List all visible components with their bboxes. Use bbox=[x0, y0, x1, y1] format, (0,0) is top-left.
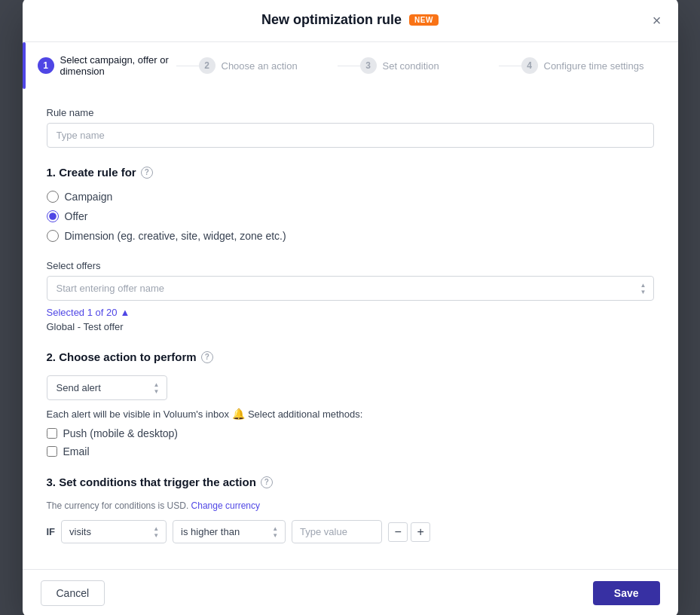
set-conditions-title: 3. Set conditions that trigger the actio… bbox=[47, 476, 654, 488]
change-currency-link[interactable]: Change currency bbox=[191, 500, 260, 511]
rule-name-group: Rule name bbox=[47, 107, 654, 148]
selected-offers-badge[interactable]: Selected 1 of 20 ▲ bbox=[47, 307, 130, 318]
new-badge: NEW bbox=[409, 14, 439, 26]
radio-dimension-input[interactable] bbox=[47, 230, 59, 242]
rule-name-input[interactable] bbox=[47, 123, 654, 148]
metric-select[interactable]: visits clicks conversions revenue bbox=[61, 520, 167, 543]
radio-offer[interactable]: Offer bbox=[47, 210, 654, 222]
select-offers-label: Select offers bbox=[47, 260, 654, 271]
checkbox-email[interactable]: Email bbox=[47, 445, 654, 457]
checkbox-push-input[interactable] bbox=[47, 428, 57, 439]
operator-select-wrapper: is higher than is lower than is equal to… bbox=[173, 520, 286, 543]
save-button[interactable]: Save bbox=[593, 581, 660, 605]
radio-campaign[interactable]: Campaign bbox=[47, 191, 654, 203]
choose-action-title: 2. Choose action to perform ? bbox=[47, 350, 654, 363]
radio-dimension-label: Dimension (eg. creative, site, widget, z… bbox=[65, 230, 286, 242]
decrement-button[interactable]: − bbox=[388, 522, 408, 542]
checkbox-push-label: Push (mobile & desktop) bbox=[63, 427, 179, 439]
step-divider-1 bbox=[176, 66, 199, 66]
modal-title-text: New optimization rule bbox=[261, 12, 402, 28]
stepper: 1 Select campaign, offer or dimension 2 … bbox=[23, 42, 678, 89]
stepper-steps: 1 Select campaign, offer or dimension 2 … bbox=[32, 42, 678, 89]
condition-row: IF visits clicks conversions revenue ▲ ▼ bbox=[47, 520, 654, 543]
step-2-label: Choose an action bbox=[222, 60, 298, 72]
step-2[interactable]: 2 Choose an action bbox=[199, 57, 338, 74]
selected-offer-item: Global - Test offer bbox=[47, 321, 654, 332]
checkbox-email-label: Email bbox=[63, 445, 90, 457]
alert-methods-group: Push (mobile & desktop) Email bbox=[47, 427, 654, 457]
action-select-wrapper: Send alert Pause Resume ▲ ▼ bbox=[47, 375, 167, 400]
set-conditions-help-icon[interactable]: ? bbox=[261, 476, 273, 488]
if-label: IF bbox=[47, 526, 56, 537]
set-conditions-group: 3. Set conditions that trigger the actio… bbox=[47, 476, 654, 543]
action-select[interactable]: Send alert Pause Resume bbox=[47, 375, 167, 400]
step-3-number: 3 bbox=[360, 57, 377, 74]
radio-campaign-label: Campaign bbox=[65, 191, 113, 203]
step-4[interactable]: 4 Configure time settings bbox=[521, 57, 660, 74]
operator-select[interactable]: is higher than is lower than is equal to bbox=[173, 520, 286, 543]
step-divider-3 bbox=[499, 66, 521, 66]
modal-footer: Cancel Save bbox=[23, 569, 678, 615]
currency-note: The currency for conditions is USD. Chan… bbox=[47, 500, 654, 511]
modal-overlay: New optimization rule NEW × 1 Select cam… bbox=[0, 0, 700, 615]
choose-action-group: 2. Choose action to perform ? Send alert… bbox=[47, 350, 654, 457]
choose-action-help-icon[interactable]: ? bbox=[201, 351, 213, 363]
radio-offer-input[interactable] bbox=[47, 210, 59, 222]
create-rule-title: 1. Create rule for ? bbox=[47, 166, 654, 179]
create-rule-help-icon[interactable]: ? bbox=[141, 167, 153, 179]
modal-dialog: New optimization rule NEW × 1 Select cam… bbox=[23, 0, 678, 615]
rule-name-label: Rule name bbox=[47, 107, 654, 118]
radio-offer-label: Offer bbox=[65, 210, 88, 222]
modal-header: New optimization rule NEW × bbox=[23, 0, 678, 42]
step-4-label: Configure time settings bbox=[544, 60, 644, 72]
checkbox-email-input[interactable] bbox=[47, 446, 57, 457]
plus-minus-controls: − + bbox=[388, 522, 430, 542]
step-1[interactable]: 1 Select campaign, offer or dimension bbox=[38, 54, 176, 77]
bell-icon: 🔔 bbox=[232, 408, 245, 420]
select-offers-group: Select offers ▲ ▼ Selected 1 of 20 ▲ Glo… bbox=[47, 260, 654, 332]
stepper-accent-bar bbox=[23, 42, 26, 89]
modal-body: Rule name 1. Create rule for ? Campaign bbox=[23, 89, 678, 569]
step-3-label: Set condition bbox=[383, 60, 439, 72]
close-button[interactable]: × bbox=[650, 10, 665, 31]
step-divider-2 bbox=[338, 66, 360, 66]
cancel-button[interactable]: Cancel bbox=[41, 580, 105, 606]
step-2-number: 2 bbox=[199, 57, 216, 74]
chevron-up-icon: ▲ bbox=[120, 307, 130, 318]
step-4-number: 4 bbox=[521, 57, 538, 74]
increment-button[interactable]: + bbox=[411, 522, 430, 542]
step-3[interactable]: 3 Set condition bbox=[360, 57, 499, 74]
radio-campaign-input[interactable] bbox=[47, 191, 59, 203]
step-1-label: Select campaign, offer or dimension bbox=[60, 54, 176, 77]
modal-title: New optimization rule NEW bbox=[261, 12, 439, 28]
create-rule-group: 1. Create rule for ? Campaign Offer Dime… bbox=[47, 166, 654, 242]
radio-dimension[interactable]: Dimension (eg. creative, site, widget, z… bbox=[47, 230, 654, 242]
select-offers-input[interactable] bbox=[47, 276, 654, 301]
create-rule-radio-group: Campaign Offer Dimension (eg. creative, … bbox=[47, 191, 654, 242]
checkbox-push[interactable]: Push (mobile & desktop) bbox=[47, 427, 654, 439]
metric-select-wrapper: visits clicks conversions revenue ▲ ▼ bbox=[61, 520, 167, 543]
step-1-number: 1 bbox=[38, 57, 54, 74]
alert-description: Each alert will be visible in Voluum's i… bbox=[47, 408, 654, 420]
select-offers-wrapper: ▲ ▼ bbox=[47, 276, 654, 301]
condition-value-input[interactable] bbox=[292, 520, 382, 543]
